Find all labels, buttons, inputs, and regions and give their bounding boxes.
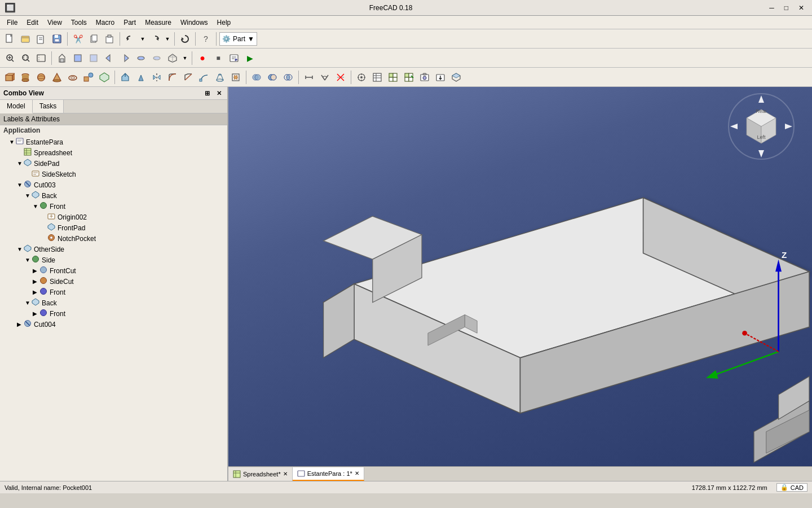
boolean-intersect-button[interactable] [281,70,295,85]
menu-macro[interactable]: Macro [91,17,119,28]
zoom-box-button[interactable] [18,51,33,65]
torus-tool[interactable] [65,70,80,85]
tree-item-side[interactable]: ▼ Side [1,255,226,265]
spreadsheet-view-button[interactable] [386,70,400,85]
view-right-button[interactable] [118,51,133,65]
tree-arrow-frontcut[interactable]: ▶ [33,268,39,274]
combo-close-button[interactable]: ✕ [214,90,224,97]
tree-arrow-side[interactable]: ▼ [25,257,32,263]
spreadsheet-import-button[interactable] [401,70,416,85]
tree-arrow-sidepad[interactable]: ▼ [17,160,24,167]
tree-item-back-otherside[interactable]: ▼ Back [1,297,226,308]
tab-tasks[interactable]: Tasks [33,100,64,113]
boolean-cut-button[interactable] [265,70,280,85]
view-top-button[interactable] [134,51,148,65]
cone-tool[interactable] [50,70,64,85]
tree-item-front[interactable]: ▼ Front [1,201,226,212]
recent-files-button[interactable] [34,32,48,46]
tree-arrow-sidecut[interactable]: ▶ [33,278,39,284]
tab-spreadsheet[interactable]: Spreadsheet* ✕ [228,467,293,481]
paste-button[interactable] [102,32,117,46]
tree-item-spreadsheet[interactable]: ▶ Spreadsheet [1,147,226,158]
tab-model[interactable]: Model [0,100,33,113]
tree-item-cut004[interactable]: ▶ Cut004 [1,319,226,330]
view-front-button[interactable] [70,51,85,65]
box-tool[interactable] [2,70,17,85]
tree-item-sidesketch[interactable]: ▶ SideSketch [1,169,226,179]
tree-item-sidepad[interactable]: ▼ SidePad [1,158,226,169]
tree-item-frontcut[interactable]: ▶ FrontCut [1,265,226,276]
open-file-button[interactable] [18,32,33,46]
tree-arrow-front-back-otherside[interactable]: ▶ [33,310,39,317]
tree-arrow-cut004[interactable]: ▶ [17,321,24,327]
tab-spreadsheet-close[interactable]: ✕ [283,471,288,477]
undo-button[interactable] [123,32,138,46]
extrude-tool[interactable] [118,70,133,85]
export-button[interactable] [433,70,448,85]
help-button[interactable]: ? [198,32,213,46]
fillet-tool[interactable] [165,70,180,85]
tree-item-frontpad[interactable]: ▶ FrontPad [1,222,226,233]
refresh-button[interactable] [178,32,192,46]
save-button[interactable] [50,32,64,46]
undo-dropdown[interactable]: ▼ [139,32,147,46]
shape-from-sketch-tool[interactable] [97,70,112,85]
zoom-fit-button[interactable] [2,51,17,65]
menu-file[interactable]: File [2,17,22,28]
record-start-button[interactable]: ● [195,51,210,65]
minimize-button[interactable]: ─ [766,3,778,13]
view-bottom-button[interactable] [149,51,164,65]
copy-button[interactable] [86,32,101,46]
tree-arrow-front[interactable]: ▼ [33,203,39,209]
tab-estantepara-close[interactable]: ✕ [355,470,359,476]
view-home-button[interactable] [55,51,69,65]
menu-part[interactable]: Part [119,17,140,28]
menu-tools[interactable]: Tools [67,17,91,28]
view-left-button[interactable] [102,51,117,65]
menu-view[interactable]: View [43,17,67,28]
menu-measure[interactable]: Measure [140,17,176,28]
close-button[interactable]: ✕ [795,3,807,13]
combo-restore-button[interactable]: ⊞ [202,90,212,97]
new-file-button[interactable] [2,32,17,46]
cut-button[interactable]: ✂️ [70,32,85,46]
tree-arrow-cut003[interactable]: ▼ [17,182,24,188]
view-back-button[interactable] [86,51,101,65]
tree-arrow-estantepara[interactable]: ▼ [9,139,16,145]
measure-linear-button[interactable] [302,70,316,85]
3d-viewport[interactable]: Rear Left [228,87,812,481]
macro-run-button[interactable]: ▶ [242,51,257,65]
tree-item-notchpocket[interactable]: ▶ NotchPocket [1,233,226,244]
sweep-tool[interactable] [197,70,211,85]
chamfer-tool[interactable] [181,70,196,85]
tree-arrow-back[interactable]: ▼ [25,192,32,199]
tree-item-estantepara[interactable]: ▼ EstantePara [1,137,226,147]
workbench-selector[interactable]: ⚙️ Part ▼ [219,32,257,46]
view-dropdown-button[interactable]: ▼ [181,51,189,65]
tree-item-sidecut[interactable]: ▶ SideCut [1,276,226,287]
tree-arrow-front-side[interactable]: ▶ [33,289,39,295]
snap-button[interactable] [354,70,369,85]
tree-item-cut003[interactable]: ▼ Cut003 [1,179,226,190]
screenshot-button[interactable] [417,70,432,85]
revolve-tool[interactable] [134,70,148,85]
view-section-button[interactable] [34,51,48,65]
tree-item-origin002[interactable]: ▶ Origin002 [1,212,226,222]
tree-item-otherside[interactable]: ▼ OtherSide [1,244,226,255]
primitives-tool[interactable] [81,70,96,85]
measure-clear-button[interactable] [333,70,348,85]
cylinder-tool[interactable] [18,70,33,85]
menu-windows[interactable]: Windows [176,17,213,28]
offset-tool[interactable] [228,70,243,85]
tab-estantepara[interactable]: EstantePara : 1* ✕ [293,467,364,481]
menu-help[interactable]: Help [213,17,236,28]
bom-button[interactable] [370,70,385,85]
tree-item-front-back-otherside[interactable]: ▶ Front [1,308,226,319]
redo-dropdown[interactable]: ▼ [164,32,171,46]
redo-button[interactable] [148,32,162,46]
view3d-button[interactable] [449,70,464,85]
tree-item-back-cut003[interactable]: ▼ Back [1,190,226,201]
boolean-union-button[interactable] [249,70,264,85]
tree-arrow-otherside[interactable]: ▼ [17,246,24,252]
menu-edit[interactable]: Edit [22,17,43,28]
